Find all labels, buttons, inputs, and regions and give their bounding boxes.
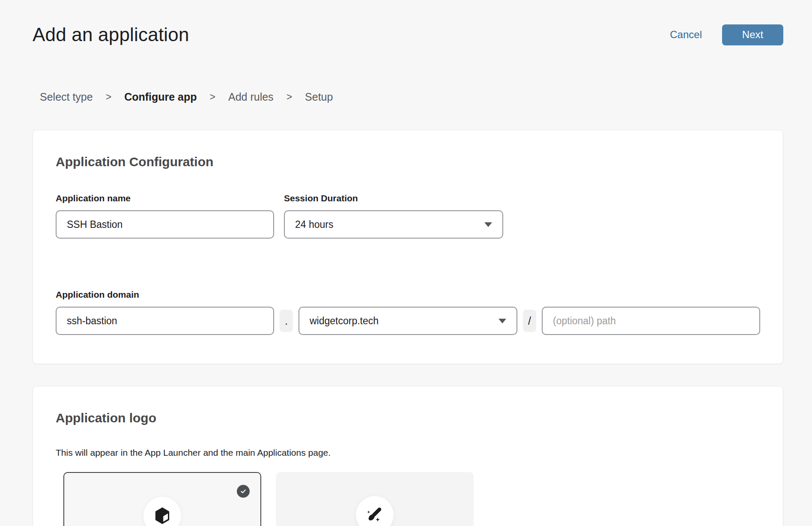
application-domain-section: Application domain . widgetcorp.tech /	[56, 288, 760, 335]
application-logo-description: This will appear in the App Launcher and…	[56, 447, 760, 458]
step-setup[interactable]: Setup	[305, 91, 333, 103]
name-session-row: Application name Session Duration 24 hou…	[56, 192, 760, 239]
next-button[interactable]: Next	[722, 24, 783, 45]
wizard-steps: Select type > Configure app > Add rules …	[40, 91, 812, 103]
custom-logo-tile[interactable]	[276, 472, 474, 526]
application-logo-heading: Application logo	[56, 409, 760, 427]
session-duration-field-group: Session Duration 24 hours	[284, 192, 503, 239]
application-name-input[interactable]	[56, 210, 274, 239]
step-configure-app[interactable]: Configure app	[124, 91, 197, 103]
header-actions: Cancel Next	[670, 24, 783, 45]
chevron-down-icon	[499, 319, 506, 323]
cancel-button[interactable]: Cancel	[670, 29, 702, 41]
path-input[interactable]	[542, 307, 760, 335]
default-logo-circle	[143, 497, 181, 526]
dot-separator: .	[280, 310, 293, 332]
selected-badge	[237, 485, 250, 498]
page-header: Add an application Cancel Next	[0, 0, 812, 47]
application-name-label: Application name	[56, 192, 274, 204]
subdomain-input[interactable]	[56, 307, 274, 335]
application-name-field-group: Application name	[56, 192, 274, 239]
application-domain-row: . widgetcorp.tech /	[56, 307, 760, 335]
step-separator: >	[287, 91, 292, 103]
logo-options	[63, 472, 760, 526]
chevron-down-icon	[484, 222, 492, 227]
cube-icon	[153, 506, 172, 525]
step-separator: >	[106, 91, 111, 103]
session-duration-label: Session Duration	[284, 192, 503, 204]
application-domain-label: Application domain	[56, 288, 760, 301]
add-application-page: Add an application Cancel Next Select ty…	[0, 0, 812, 526]
session-duration-value: 24 hours	[295, 219, 334, 230]
domain-select-value: widgetcorp.tech	[310, 315, 379, 327]
session-duration-select[interactable]: 24 hours	[284, 210, 503, 239]
check-icon	[240, 488, 247, 495]
default-logo-tile[interactable]	[63, 472, 261, 526]
step-separator: >	[210, 91, 215, 103]
domain-select[interactable]: widgetcorp.tech	[299, 307, 517, 335]
step-select-type[interactable]: Select type	[40, 91, 93, 103]
step-add-rules[interactable]: Add rules	[228, 91, 274, 103]
application-logo-card: Application logo This will appear in the…	[33, 386, 783, 526]
page-title: Add an application	[33, 24, 189, 45]
slash-separator: /	[523, 310, 536, 332]
custom-logo-circle	[356, 496, 394, 526]
application-configuration-heading: Application Configuration	[56, 153, 760, 170]
application-configuration-card: Application Configuration Application na…	[33, 130, 783, 364]
paintbrush-sparkles-icon	[365, 505, 384, 524]
